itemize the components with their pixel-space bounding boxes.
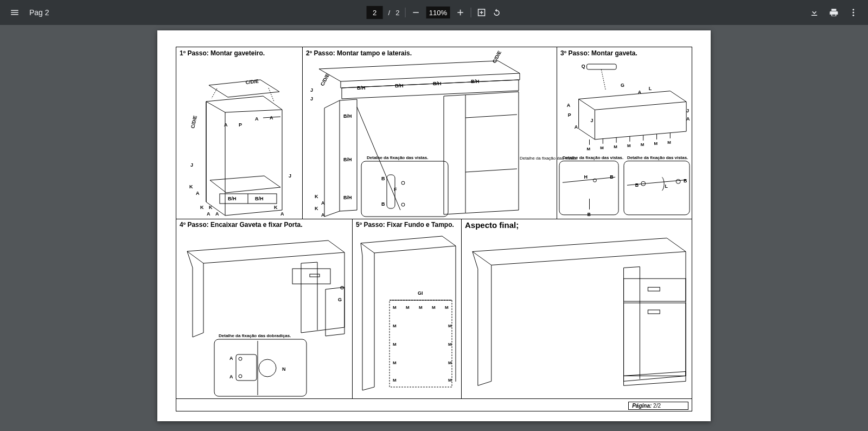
pdf-toolbar: Pag 2 / 2 110% <box>0 0 868 25</box>
svg-text:B: B <box>635 182 639 188</box>
svg-text:GI: GI <box>418 290 423 296</box>
svg-text:A: A <box>207 211 210 217</box>
svg-text:K: K <box>209 205 213 210</box>
svg-rect-94 <box>310 274 320 277</box>
step2-diagram: B/H B/H B/H B/H C/D/E C/D/E J J B/H B/H … <box>303 47 557 219</box>
panel-step1: 1º Passo: Montar gaveteiro. <box>176 47 303 219</box>
rotate-icon[interactable] <box>492 8 501 17</box>
zoom-level[interactable]: 110% <box>426 7 450 18</box>
document-viewport[interactable]: 1º Passo: Montar gaveteiro. <box>0 25 868 431</box>
document-title: Pag 2 <box>29 8 49 17</box>
svg-text:Detalhe da fixação das vistas.: Detalhe da fixação das vistas. <box>367 155 428 160</box>
svg-rect-80 <box>624 161 690 215</box>
svg-text:A: A <box>229 374 233 379</box>
svg-text:M: M <box>448 342 452 347</box>
svg-text:B/H: B/H <box>255 196 264 201</box>
zoom-in-icon[interactable] <box>455 8 465 17</box>
svg-text:B/H: B/H <box>343 195 352 200</box>
svg-text:C/D/E: C/D/E <box>190 115 198 129</box>
svg-text:M: M <box>667 140 671 145</box>
svg-text:G: G <box>621 83 624 88</box>
svg-text:J: J <box>310 96 313 102</box>
svg-rect-44 <box>361 161 448 217</box>
svg-text:A: A <box>567 103 571 108</box>
svg-rect-126 <box>648 310 660 314</box>
page-total: 2 <box>395 9 399 17</box>
fit-page-icon[interactable] <box>476 8 486 17</box>
svg-text:B/H: B/H <box>471 79 480 84</box>
svg-text:L: L <box>665 183 668 189</box>
svg-text:F: F <box>394 187 397 192</box>
svg-text:O: O <box>340 285 344 290</box>
step4-diagram: O G Detalhe da fixação das dobradiças. A <box>176 219 352 399</box>
svg-text:M: M <box>393 305 397 310</box>
sheet-footer: Página: 2/2 <box>176 398 692 411</box>
panel-final: Aspecto final; <box>462 219 692 399</box>
more-vert-icon[interactable] <box>848 8 858 17</box>
svg-rect-107 <box>390 300 452 387</box>
svg-text:C/D/E: C/D/E <box>245 79 259 85</box>
svg-point-103 <box>239 375 242 378</box>
svg-text:J: J <box>310 87 313 93</box>
svg-text:M: M <box>406 305 410 310</box>
final-diagram <box>462 219 692 399</box>
svg-point-100 <box>259 359 276 377</box>
svg-text:B: B <box>381 201 385 207</box>
page-label-value: 2/2 <box>653 403 661 409</box>
svg-rect-124 <box>648 287 660 291</box>
svg-text:K: K <box>315 206 318 211</box>
svg-text:G: G <box>338 297 342 302</box>
download-icon[interactable] <box>809 8 819 17</box>
svg-text:A: A <box>196 191 200 196</box>
pdf-page: 1º Passo: Montar gaveteiro. <box>157 30 711 421</box>
svg-point-47 <box>401 203 405 206</box>
print-icon[interactable] <box>829 8 839 17</box>
panel-step2: 2º Passo: Montar tampo e laterais. <box>303 47 557 219</box>
svg-text:A: A <box>321 212 325 218</box>
svg-point-46 <box>401 181 405 185</box>
toolbar-divider <box>405 8 405 17</box>
svg-text:M: M <box>448 378 452 383</box>
svg-text:M: M <box>419 305 423 310</box>
svg-point-3 <box>853 15 854 16</box>
svg-text:J: J <box>591 118 593 123</box>
svg-text:A: A <box>224 122 228 128</box>
svg-text:A: A <box>215 211 219 217</box>
svg-text:P: P <box>239 122 242 128</box>
zoom-out-icon[interactable] <box>411 8 420 17</box>
svg-text:M: M <box>393 378 397 383</box>
svg-text:M: M <box>393 342 397 347</box>
svg-text:K: K <box>200 205 204 210</box>
svg-text:B/H: B/H <box>343 113 352 119</box>
svg-text:B: B <box>381 176 385 181</box>
svg-text:A: A <box>321 200 325 206</box>
svg-text:M: M <box>393 324 397 328</box>
svg-text:Detalhe da fixação das vistas.: Detalhe da fixação das vistas. <box>563 155 623 160</box>
svg-text:Q: Q <box>582 64 585 69</box>
svg-text:A: A <box>229 356 233 361</box>
svg-text:A: A <box>270 115 273 121</box>
svg-rect-97 <box>214 339 307 396</box>
svg-text:M: M <box>445 305 449 310</box>
svg-text:B/H: B/H <box>228 196 237 201</box>
svg-rect-79 <box>559 161 618 215</box>
svg-text:Detalhe da fixação das dobradi: Detalhe da fixação das dobradiças. <box>219 333 291 338</box>
svg-point-84 <box>676 179 680 183</box>
svg-text:B: B <box>610 174 614 180</box>
svg-text:B: B <box>588 212 591 217</box>
svg-point-2 <box>853 12 854 14</box>
svg-text:K: K <box>315 194 318 199</box>
page-number-input[interactable] <box>367 6 383 19</box>
svg-text:M: M <box>641 142 644 147</box>
svg-point-1 <box>853 9 854 10</box>
svg-line-5 <box>269 88 274 102</box>
svg-text:B/H: B/H <box>395 83 404 88</box>
svg-text:A: A <box>638 90 642 95</box>
svg-rect-123 <box>624 278 686 301</box>
svg-text:M: M <box>448 324 452 328</box>
page-label: Página: 2/2 <box>628 402 688 410</box>
svg-text:M: M <box>627 143 631 148</box>
svg-text:M: M <box>614 144 617 149</box>
menu-icon[interactable] <box>10 8 20 17</box>
svg-text:K: K <box>274 205 278 210</box>
